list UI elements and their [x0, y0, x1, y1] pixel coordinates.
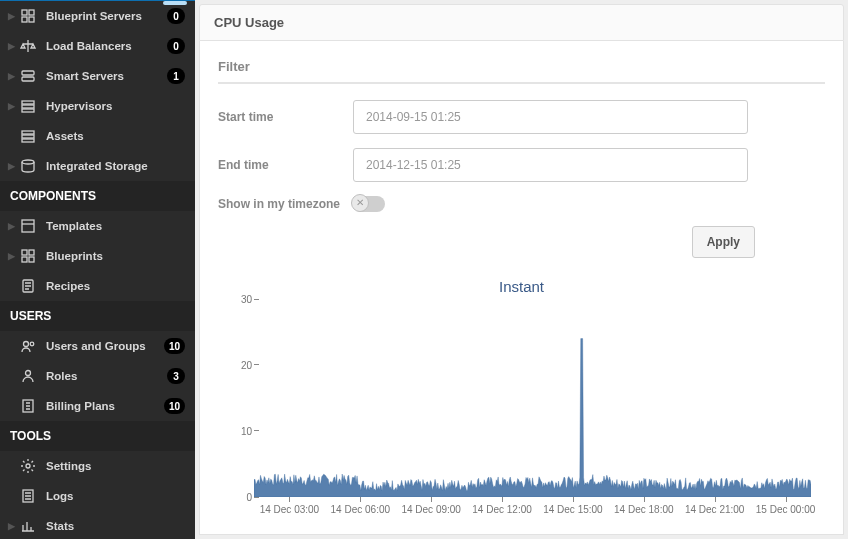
x-axis-tick: 15 Dec 00:00: [756, 504, 816, 515]
count-badge: 1: [167, 68, 185, 84]
chevron-right-icon: ▶: [6, 251, 16, 261]
x-axis-tick: 14 Dec 18:00: [614, 504, 674, 515]
sidebar-item-templates[interactable]: ▶Templates: [0, 211, 195, 241]
y-axis-tick: 10: [232, 425, 252, 436]
sidebar-item-label: Users and Groups: [46, 340, 164, 352]
sidebar-item-label: Templates: [46, 220, 185, 232]
svg-point-23: [26, 464, 30, 468]
sidebar-item-label: Blueprints: [46, 250, 185, 262]
svg-rect-7: [22, 105, 34, 108]
svg-point-20: [30, 342, 34, 346]
sidebar-item-integrated-storage[interactable]: ▶Integrated Storage: [0, 151, 195, 181]
chevron-right-icon: ▶: [6, 71, 16, 81]
sidebar-item-label: Hypervisors: [46, 100, 185, 112]
stack-icon: [18, 98, 38, 114]
sidebar-item-label: Logs: [46, 490, 185, 502]
x-axis-tick: 14 Dec 21:00: [685, 504, 745, 515]
role-icon: [18, 368, 38, 384]
apply-button[interactable]: Apply: [692, 226, 755, 258]
end-time-label: End time: [218, 158, 353, 172]
sidebar-item-label: Stats: [46, 520, 185, 532]
svg-rect-1: [29, 10, 34, 15]
svg-rect-10: [22, 135, 34, 138]
toggle-knob-icon: ✕: [351, 194, 369, 212]
grid-icon: [18, 248, 38, 264]
y-axis-tick: 20: [232, 359, 252, 370]
storage-icon: [18, 158, 38, 174]
sidebar-item-recipes[interactable]: Recipes: [0, 271, 195, 301]
svg-rect-8: [22, 109, 34, 112]
sidebar-item-smart-servers[interactable]: ▶Smart Servers1: [0, 61, 195, 91]
count-badge: 0: [167, 8, 185, 24]
count-badge: 0: [167, 38, 185, 54]
sidebar: ▶Blueprint Servers0▶Load Balancers0▶Smar…: [0, 0, 195, 539]
stack-icon: [18, 128, 38, 144]
logs-icon: [18, 488, 38, 504]
sidebar-item-stats[interactable]: ▶Stats: [0, 511, 195, 539]
chart-plot: [254, 299, 811, 497]
svg-rect-13: [22, 220, 34, 232]
end-time-input[interactable]: [353, 148, 748, 182]
y-axis-tick: 30: [232, 294, 252, 305]
sidebar-item-assets[interactable]: Assets: [0, 121, 195, 151]
svg-rect-2: [22, 17, 27, 22]
count-badge: 10: [164, 398, 185, 414]
chevron-right-icon: ▶: [6, 521, 16, 531]
svg-rect-14: [22, 250, 27, 255]
svg-point-21: [26, 371, 31, 376]
bill-icon: [18, 398, 38, 414]
users-icon: [18, 338, 38, 354]
svg-rect-3: [29, 17, 34, 22]
server-icon: [18, 68, 38, 84]
svg-rect-9: [22, 131, 34, 134]
start-time-input[interactable]: [353, 100, 748, 134]
svg-rect-17: [29, 257, 34, 262]
sidebar-item-label: Roles: [46, 370, 167, 382]
panel-body: Filter Start time End time Show in my ti…: [199, 41, 844, 535]
sidebar-item-users-and-groups[interactable]: Users and Groups10: [0, 331, 195, 361]
nav-list: ▶Blueprint Servers0▶Load Balancers0▶Smar…: [0, 1, 195, 539]
sidebar-item-blueprint-servers[interactable]: ▶Blueprint Servers0: [0, 1, 195, 31]
svg-point-12: [22, 160, 34, 164]
chevron-right-icon: ▶: [6, 161, 16, 171]
sidebar-item-label: Assets: [46, 130, 185, 142]
recipe-icon: [18, 278, 38, 294]
timezone-label: Show in my timezone: [218, 197, 353, 211]
filter-row-start: Start time: [218, 100, 825, 134]
sidebar-item-label: Integrated Storage: [46, 160, 185, 172]
balance-icon: [18, 38, 38, 54]
divider: [218, 82, 825, 84]
sidebar-item-label: Blueprint Servers: [46, 10, 167, 22]
sidebar-item-roles[interactable]: Roles3: [0, 361, 195, 391]
chevron-right-icon: ▶: [6, 11, 16, 21]
svg-rect-11: [22, 139, 34, 142]
chevron-right-icon: ▶: [6, 221, 16, 231]
top-toolbar-strip: [0, 0, 195, 1]
sidebar-item-label: Recipes: [46, 280, 185, 292]
sidebar-item-label: Billing Plans: [46, 400, 164, 412]
sidebar-item-load-balancers[interactable]: ▶Load Balancers0: [0, 31, 195, 61]
sidebar-item-settings[interactable]: Settings: [0, 451, 195, 481]
x-axis-tick: 14 Dec 15:00: [543, 504, 603, 515]
sidebar-item-blueprints[interactable]: ▶Blueprints: [0, 241, 195, 271]
x-axis-tick: 14 Dec 03:00: [260, 504, 320, 515]
chevron-right-icon: ▶: [6, 101, 16, 111]
chart-series-area: [254, 339, 811, 497]
page-title: CPU Usage: [199, 4, 844, 41]
x-axis-tick: 14 Dec 09:00: [401, 504, 461, 515]
svg-rect-16: [22, 257, 27, 262]
svg-rect-6: [22, 101, 34, 104]
x-axis-tick: 14 Dec 06:00: [331, 504, 391, 515]
filter-row-end: End time: [218, 148, 825, 182]
start-time-label: Start time: [218, 110, 353, 124]
sidebar-item-billing-plans[interactable]: Billing Plans10: [0, 391, 195, 421]
cpu-chart: 0102030 14 Dec 03:0014 Dec 06:0014 Dec 0…: [244, 299, 811, 519]
svg-rect-15: [29, 250, 34, 255]
timezone-toggle[interactable]: ✕: [353, 196, 385, 212]
stats-icon: [18, 518, 38, 534]
main-panel: CPU Usage Filter Start time End time Sho…: [195, 0, 848, 539]
sidebar-item-hypervisors[interactable]: ▶Hypervisors: [0, 91, 195, 121]
sidebar-item-logs[interactable]: Logs: [0, 481, 195, 511]
grid-icon: [18, 8, 38, 24]
count-badge: 10: [164, 338, 185, 354]
